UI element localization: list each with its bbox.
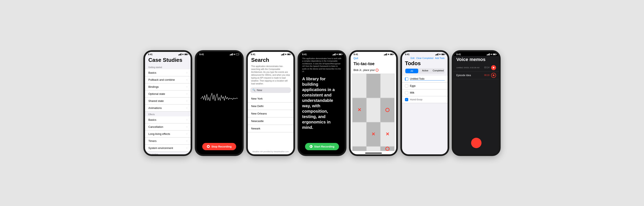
list-item-animations[interactable]: Animations › (145, 104, 190, 112)
voice-memos-content: Voice memos Untitled, 5/4/20, 6:50:38 AM… (454, 56, 499, 154)
list-item-pullback[interactable]: Pullback and combine › (145, 76, 190, 83)
chevron-animations: › (186, 106, 187, 109)
battery-icon-4 (338, 54, 342, 55)
phone-ttt: 9:41 ⊛ Quit Tic-tac-toe Blob Jr., place … (349, 50, 398, 156)
voice-memo-item-2[interactable]: Episode Idea 00:19 (454, 72, 499, 79)
search-description: This application demonstrates live-searc… (248, 65, 294, 87)
ttt-cell-2-2[interactable]: ✕ (380, 122, 394, 146)
list-item-system-env[interactable]: System environment › (145, 145, 190, 152)
search-result-new-orleans[interactable]: New Orleans (248, 110, 294, 117)
ttt-o-indicator (376, 69, 378, 72)
filter-active-button[interactable]: Active (419, 68, 432, 74)
todo-label-milk: Milk (410, 91, 414, 94)
ttt-cell-0-0[interactable] (352, 74, 366, 98)
ttt-x-1-0: ✕ (358, 107, 361, 113)
ttt-content: Quit Tic-tac-toe Blob Jr., place your ✕ (350, 56, 396, 154)
ttt-cell-1-0[interactable]: ✕ (352, 98, 366, 122)
filter-all-button[interactable]: All (405, 69, 418, 73)
list-item-long-living[interactable]: Long-living effects › (145, 130, 190, 137)
composable-headline: A library for building applications in a… (299, 74, 345, 141)
search-result-new-delhi[interactable]: New Delhi (248, 103, 294, 110)
ttt-cell-3-1[interactable] (366, 146, 380, 151)
search-title: Search (248, 56, 294, 65)
ttt-cell-3-2[interactable] (380, 146, 394, 151)
time-4: 9:41 (302, 53, 307, 56)
list-item-cancellation[interactable]: Cancellation › (145, 123, 190, 130)
todo-checkbox-eggs[interactable] (405, 84, 408, 88)
todo-label-hand-soap: Hand Soap (410, 98, 422, 101)
ttt-cell-1-1[interactable] (366, 98, 380, 122)
list-item-basics-2[interactable]: Basics › (145, 116, 190, 123)
ttt-cell-1-2[interactable] (380, 98, 394, 122)
ttt-cell-0-1[interactable] (366, 74, 380, 98)
chevron-pullback: › (186, 78, 187, 81)
search-result-newark[interactable]: Newark (248, 125, 294, 132)
voice-memos-title: Voice memos (454, 56, 499, 64)
start-button-area: Start Recording (299, 141, 345, 154)
battery-icon-2: .battery-icon2::after{background:#fff!im… (236, 54, 239, 55)
battery-icon-5 (390, 54, 393, 55)
phone-todos: 9:41 ⊛ Edit Clear Completed Add Todo Tod… (400, 50, 449, 156)
todo-checkbox-milk[interactable] (405, 91, 408, 94)
todos-title: Todos (402, 60, 448, 68)
ttt-o-3-2 (385, 147, 390, 151)
phone-search: 9:41 ⊛ Search This application demonstra… (246, 50, 295, 156)
voice-memo-duration-2: 00:19 (484, 74, 490, 76)
case-studies-title: Case Studies (145, 56, 190, 65)
chevron-cancellation: › (186, 125, 187, 128)
waveform-svg (200, 60, 238, 137)
ttt-home-bar (350, 151, 396, 154)
ttt-cell-0-2[interactable] (380, 74, 394, 98)
search-result-new-york[interactable]: New York (248, 95, 294, 103)
wifi-icon-7: ⊛ (490, 53, 492, 55)
todo-checkbox-untitled[interactable] (405, 77, 408, 81)
voice-play-button-1[interactable] (491, 65, 496, 70)
stop-button-area: Stop Recording (196, 141, 242, 154)
chevron-bindings: › (186, 85, 187, 88)
list-item-bindings[interactable]: Bindings › (145, 83, 190, 91)
ttt-cell-2-0[interactable] (352, 122, 366, 146)
composable-content: This application demonstrates how to wor… (299, 56, 345, 154)
list-item-timers[interactable]: Timers › (145, 137, 190, 145)
edit-button[interactable]: Edit (410, 57, 414, 59)
chevron-basics-1: › (186, 71, 187, 74)
ttt-title: Tic-tac-toe (350, 61, 396, 68)
list-item-optional-state[interactable]: Optional state › (145, 91, 190, 98)
status-icons-1: ⊛ (178, 53, 188, 55)
battery-icon-6 (441, 54, 445, 55)
play-triangle-icon (310, 146, 312, 147)
start-recording-button[interactable]: Start Recording (305, 143, 339, 150)
signal-icon-2 (230, 53, 233, 55)
list-item-basics-1[interactable]: Basics › (145, 69, 190, 76)
list-item-shared-state[interactable]: Shared state › (145, 98, 190, 104)
phone-composable: 9:41 ⊛ This application demonstrates how… (298, 50, 346, 156)
stop-square-icon (208, 146, 209, 147)
search-bar-icon: 🔍 (252, 89, 256, 92)
chevron-optional: › (186, 92, 187, 95)
time-6: 9:41 (405, 53, 410, 56)
ttt-cell-3-0[interactable] (352, 146, 366, 151)
battery-icon-7 (493, 54, 496, 55)
ttt-quit-button[interactable]: Quit (350, 56, 396, 61)
stop-recording-button[interactable]: Stop Recording (202, 143, 236, 150)
spacer-search (248, 132, 294, 149)
record-button[interactable] (471, 138, 482, 148)
voice-play-button-2[interactable] (491, 73, 496, 78)
clear-completed-button[interactable]: Clear Completed (416, 57, 434, 59)
time-2: 9:41 (199, 53, 204, 56)
status-bar-5: 9:41 ⊛ (350, 52, 396, 56)
voice-memo-item-1[interactable]: Untitled, 5/4/20, 6:50:38 AM 03:14 (454, 64, 499, 72)
search-bar[interactable]: 🔍 New (250, 87, 291, 93)
weather-provider-text: Weather API provided by MetaWeather.com (248, 149, 294, 154)
status-bar-3: 9:41 ⊛ (248, 52, 294, 56)
filter-completed-button[interactable]: Completed (432, 68, 445, 74)
ttt-cell-2-1[interactable]: ✕ (366, 122, 380, 146)
status-bar-1: 9:41 ⊛ (145, 52, 190, 56)
time-1: 9:41 (148, 53, 152, 56)
ttt-board: ✕ ✕ ✕ (352, 74, 394, 151)
add-todo-button[interactable]: Add Todo (435, 57, 445, 59)
todo-item-untitled (402, 76, 448, 83)
search-result-newcastle[interactable]: Newcastle (248, 117, 294, 125)
todo-checkbox-hand-soap[interactable]: ✓ (405, 98, 408, 101)
todo-input-untitled[interactable] (410, 77, 445, 81)
